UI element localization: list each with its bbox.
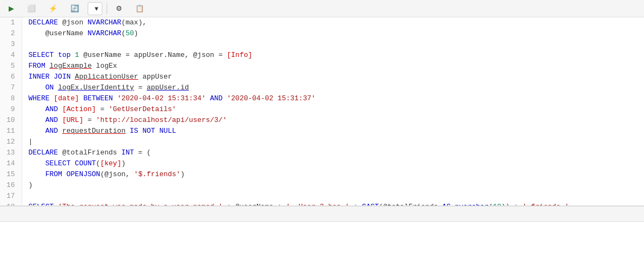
change-connection-button[interactable]: 🔄 — [66, 3, 86, 14]
line-number: 11 — [0, 126, 22, 137]
kw-token: DECLARE — [29, 18, 58, 27]
at-var-token: @json — [104, 170, 126, 178]
plain-token: ( — [96, 159, 100, 167]
underline-red-token: logExample — [50, 62, 92, 70]
line-number: 12 — [0, 137, 22, 147]
plain-token — [29, 83, 45, 92]
disconnect-button[interactable]: ⚡ — [44, 3, 64, 14]
plain-token: = — [96, 105, 108, 113]
line-number: 6 — [0, 72, 22, 82]
plain-token — [83, 18, 88, 27]
line-content[interactable]: ) — [22, 180, 644, 191]
str-token: '2020-04-02 15:31:37' — [227, 94, 316, 102]
line-content[interactable]: AND [Action] = 'GetUserDetails' — [22, 104, 644, 115]
run-button[interactable]: ▶ — [4, 3, 21, 14]
plain-token — [206, 94, 210, 102]
code-line: 15 FROM OPENJSON(@json, '$.friends') — [0, 169, 644, 180]
line-content[interactable]: FROM logExample logEx — [22, 61, 644, 72]
bracket-id-token: [key] — [100, 159, 121, 167]
fn-token: OPENJSON — [67, 170, 100, 178]
plain-token: = — [134, 83, 147, 92]
str-token: '$.friends' — [134, 170, 181, 178]
code-line: 16) — [0, 180, 644, 191]
enable-sqlcmd-button[interactable]: 📋 — [131, 3, 150, 14]
type-token: NVARCHAR — [88, 18, 121, 27]
line-content[interactable]: @userName NVARCHAR(50) — [22, 28, 644, 39]
line-content[interactable]: DECLARE @totalFriends INT = ( — [22, 147, 644, 158]
line-content[interactable]: SELECT top 1 @userName = appUser.Name, @… — [22, 50, 644, 61]
underline-blue-token: appUser.id — [147, 83, 189, 92]
line-content[interactable]: INNER JOIN ApplicationUser appUser — [22, 72, 644, 82]
plain-token: = — [83, 116, 96, 124]
kw-token: FROM — [45, 170, 62, 178]
plain-token — [126, 127, 130, 135]
line-content[interactable] — [22, 191, 644, 202]
line-content[interactable]: WHERE [date] BETWEEN '2020-04-02 15:31:3… — [22, 93, 644, 104]
plain-token — [54, 83, 58, 92]
plain-token — [29, 116, 45, 124]
line-content[interactable]: SELECT COUNT([key]) — [22, 158, 644, 169]
str-token: 'http://localhost/api/users/3/' — [96, 116, 227, 124]
line-number: 17 — [0, 191, 22, 202]
code-line: 13DECLARE @totalFriends INT = ( — [0, 147, 644, 158]
plain-token — [29, 170, 45, 178]
plain-token: ) — [180, 170, 185, 178]
plain-token — [58, 116, 62, 124]
plain-token: , — [126, 170, 134, 178]
line-content[interactable]: DECLARE @json NVARCHAR(max), — [22, 17, 644, 28]
line-content[interactable]: AND requestDuration IS NOT NULL — [22, 126, 644, 137]
line-content[interactable]: SELECT 'The request was made by a user n… — [22, 202, 644, 206]
fn-token: COUNT — [75, 159, 96, 167]
kw-token: DECLARE — [29, 149, 58, 157]
at-var-token: @json — [62, 18, 83, 27]
code-line: 8WHERE [date] BETWEEN '2020-04-02 15:31:… — [0, 93, 644, 104]
results-panel — [0, 206, 644, 271]
plain-token — [54, 51, 58, 59]
line-content[interactable] — [22, 39, 644, 50]
str-token: 'GetUserDetails' — [109, 105, 176, 113]
code-table: 1DECLARE @json NVARCHAR(max),2 @userName… — [0, 17, 644, 206]
line-content[interactable]: AND [URL] = 'http://localhost/api/users/… — [22, 115, 644, 126]
code-editor[interactable]: 1DECLARE @json NVARCHAR(max),2 @userName… — [0, 17, 644, 206]
plain-token: logEx — [92, 62, 117, 70]
plain-token — [83, 29, 88, 37]
plain-token: | — [29, 138, 33, 146]
line-content[interactable]: FROM OPENJSON(@json, '$.friends') — [22, 169, 644, 180]
chevron-down-icon: ▾ — [95, 4, 98, 12]
number-token: 50 — [126, 29, 134, 37]
code-line: 1DECLARE @json NVARCHAR(max), — [0, 17, 644, 28]
plain-token — [29, 29, 45, 37]
plain-token — [79, 51, 83, 59]
kw-token: IS NOT NULL — [130, 127, 176, 135]
kw-token: SELECT — [29, 51, 54, 59]
kw-token: AND — [45, 105, 58, 113]
run-icon: ▶ — [9, 4, 14, 12]
line-number: 2 — [0, 28, 22, 39]
plain-token: ( — [121, 18, 126, 27]
database-selector[interactable]: ▾ — [88, 2, 102, 15]
bracket-id-token: [date] — [54, 94, 79, 102]
plain-token — [58, 149, 62, 157]
plain-token — [79, 94, 83, 102]
at-var-token: @userName — [83, 51, 121, 59]
code-line: 9 AND [Action] = 'GetUserDetails' — [0, 104, 644, 115]
underline-red-token: ApplicationUser — [75, 73, 138, 81]
line-number: 9 — [0, 104, 22, 115]
plain-token: appUser.Name, — [134, 51, 193, 59]
plain-token: = ( — [134, 149, 151, 157]
code-line: 6INNER JOIN ApplicationUser appUser — [0, 72, 644, 82]
code-line: 2 @userName NVARCHAR(50) — [0, 28, 644, 39]
plain-token: ) — [134, 29, 139, 37]
sqlcmd-icon: 📋 — [135, 4, 144, 12]
disconnect-icon: ⚡ — [49, 4, 57, 12]
line-number: 13 — [0, 147, 22, 158]
explain-button[interactable]: ⚙ — [111, 3, 129, 14]
code-line: 5FROM logExample logEx — [0, 61, 644, 72]
bracket-id-token: [URL] — [62, 116, 83, 124]
plain-token: ( — [100, 170, 104, 178]
line-content[interactable]: | — [22, 137, 644, 147]
line-content[interactable]: ON logEx.UserIdentity = appUser.id — [22, 82, 644, 93]
kw-token: WHERE — [29, 94, 50, 102]
code-line: 7 ON logEx.UserIdentity = appUser.id — [0, 82, 644, 93]
cancel-button[interactable]: ⬜ — [23, 3, 42, 14]
